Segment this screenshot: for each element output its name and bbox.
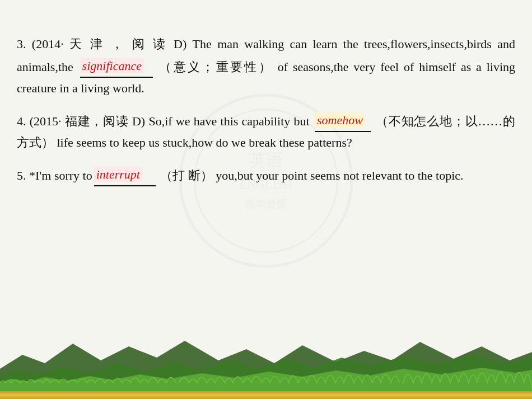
item5-prefix: *I'm sorry to (29, 168, 92, 182)
item4-number: 4. (17, 114, 26, 128)
exercise-item-3: 3. (2014· 天 津 ， 阅 读 D) The man walking c… (17, 34, 515, 100)
item5-answer: interrupt (94, 167, 142, 182)
gold-stripe (0, 391, 532, 399)
exercise-item-4: 4. (2015· 福建，阅读 D) So,if we have this ca… (17, 110, 515, 154)
item3-answer: significance (80, 58, 144, 73)
item5-hint: （打 断） (160, 168, 213, 182)
item5-text-after: you,but your point seems not relevant to… (216, 168, 463, 182)
item5-blank: interrupt (94, 164, 156, 187)
exercise-item-5: 5. *I'm sorry tointerrupt （打 断） you,but … (17, 164, 515, 187)
item4-answer: somehow (315, 112, 365, 128)
item4-text-after: life seems to keep us stuck,how do we br… (57, 135, 352, 149)
item3-hint: （意义；重要性） (159, 60, 273, 74)
item4-source: (2015· 福建，阅读 D) (30, 114, 145, 128)
item4-text-before: So,if we have this capability but (148, 114, 313, 128)
item5-number: 5. (17, 168, 26, 182)
item3-source: (2014· 天 津 ， 阅 读 D) (32, 37, 186, 51)
item3-number: 3. (17, 37, 26, 51)
main-content: 3. (2014· 天 津 ， 阅 读 D) The man walking c… (17, 34, 515, 196)
item4-blank: somehow (315, 110, 371, 133)
item3-blank: significance (80, 55, 153, 78)
